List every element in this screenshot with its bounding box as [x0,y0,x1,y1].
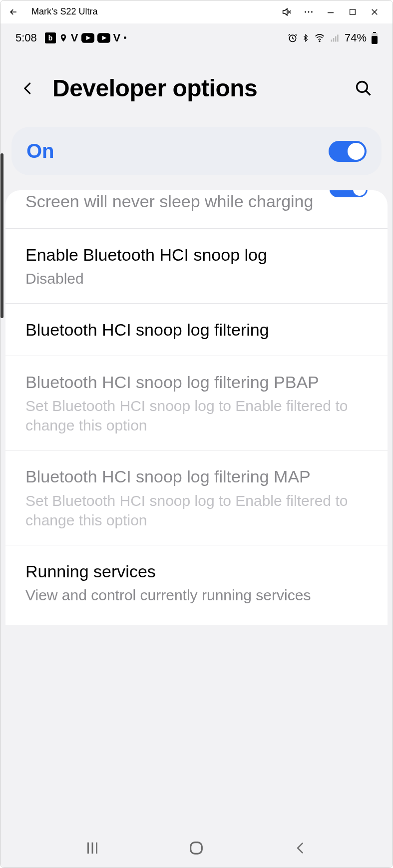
v-icon-2: V [113,31,121,44]
bt-hci-filter-row[interactable]: Bluetooth HCI snoop log filtering [5,303,388,356]
row-subtitle: Disabled [25,269,368,288]
page-header: Developer options [0,49,393,127]
window-title: Mark's S22 Ultra [31,6,97,17]
nav-back-button[interactable] [286,833,316,863]
settings-list[interactable]: Screen will never sleep while charging E… [0,190,393,829]
navigation-bar [0,829,393,868]
master-toggle-row[interactable]: On [11,127,382,175]
svg-point-14 [319,41,320,42]
location-icon [59,32,68,43]
bt-hci-filter-map-row: Bluetooth HCI snoop log filtering MAP Se… [5,450,388,544]
svg-rect-21 [372,36,378,44]
svg-line-23 [366,90,371,95]
row-title: Bluetooth HCI snoop log filtering [25,319,368,341]
window-back-button[interactable] [7,6,19,18]
row-subtitle: Set Bluetooth HCI snoop log to Enable fi… [25,396,368,435]
bluetooth-icon [302,32,310,43]
running-services-row[interactable]: Running services View and control curren… [5,545,388,620]
svg-text:b: b [48,34,52,42]
master-toggle-switch[interactable] [329,141,367,162]
svg-point-4 [311,11,313,12]
search-button[interactable] [353,77,375,99]
youtube-icon-2 [97,33,110,43]
bt-hci-snoop-row[interactable]: Enable Bluetooth HCI snoop log Disabled [5,228,388,303]
svg-point-22 [357,81,368,92]
recents-button[interactable] [77,833,107,863]
stay-awake-desc: Screen will never sleep while charging [25,190,330,213]
wifi-icon [314,33,326,43]
svg-point-2 [305,11,306,12]
status-time: 5:08 [15,31,37,44]
dot-icon: • [123,33,126,43]
svg-rect-18 [337,34,339,41]
status-bar: 5:08 b V V • 74% [0,23,393,49]
master-toggle-label: On [26,140,54,162]
svg-rect-17 [335,36,337,42]
window-chrome: Mark's S22 Ultra [0,0,393,23]
row-title: Running services [25,560,368,582]
back-button[interactable] [20,77,42,99]
battery-percent: 74% [345,31,367,44]
app-b-icon: b [45,32,56,43]
stay-awake-row[interactable]: Screen will never sleep while charging [5,190,388,228]
svg-rect-16 [333,38,335,42]
row-title: Bluetooth HCI snoop log filtering PBAP [25,371,368,393]
v-icon: V [71,31,78,44]
svg-rect-15 [331,39,333,41]
row-title: Bluetooth HCI snoop log filtering MAP [25,465,368,487]
maximize-button[interactable] [342,1,364,23]
row-subtitle: View and control currently running servi… [25,585,368,605]
home-button[interactable] [181,833,211,863]
row-subtitle: Set Bluetooth HCI snoop log to Enable fi… [25,491,368,530]
signal-icon [330,33,341,43]
minimize-button[interactable] [320,1,342,23]
page-title: Developer options [52,74,257,102]
battery-icon [371,32,379,44]
stay-awake-switch[interactable] [330,190,368,197]
svg-rect-19 [373,32,376,33]
svg-rect-6 [350,9,356,14]
youtube-icon-1 [81,33,94,43]
phone-screen: 5:08 b V V • 74% Developer options [0,23,393,868]
svg-point-3 [308,11,310,12]
alarm-icon [288,33,298,43]
bt-hci-filter-pbap-row: Bluetooth HCI snoop log filtering PBAP S… [5,356,388,450]
row-title: Enable Bluetooth HCI snoop log [25,244,368,266]
svg-rect-27 [191,843,202,854]
more-icon[interactable] [298,1,320,23]
mute-icon[interactable] [276,1,298,23]
close-button[interactable] [364,1,386,23]
